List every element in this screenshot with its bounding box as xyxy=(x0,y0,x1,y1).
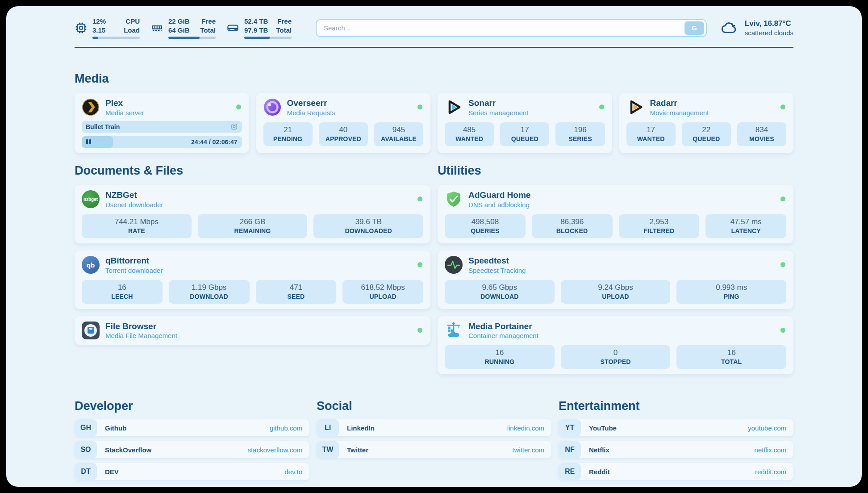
portainer-card[interactable]: Media Portainer Container management 16R… xyxy=(438,316,793,375)
ram-free: 22 GiB xyxy=(168,17,190,26)
media-cards-row: Plex Media server Bullet Train 24:44 / 0… xyxy=(75,93,793,153)
pause-icon[interactable] xyxy=(86,139,91,144)
speedtest-card[interactable]: Speedtest Speedtest Tracking 9.65 GbpsDO… xyxy=(438,251,793,309)
filebrowser-card[interactable]: File Browser Media File Management xyxy=(75,316,430,345)
overseerr-card[interactable]: Overseerr Media Requests 21PENDING 40APP… xyxy=(256,93,431,153)
hard-drive-icon xyxy=(226,21,239,34)
stat-value: 471 xyxy=(258,283,335,292)
stat-value: 16 xyxy=(447,348,553,357)
radarr-card[interactable]: Radarr Movie management 17WANTED 22QUEUE… xyxy=(619,93,794,153)
disk-values: 52.4 TB 97.9 TB xyxy=(244,17,268,34)
stat-tile: 618.52 MbpsUPLOAD xyxy=(342,280,423,304)
stat-value: 0.993 ms xyxy=(678,283,785,292)
stat-tile: 17WANTED xyxy=(626,122,676,146)
stat-label: WANTED xyxy=(447,135,492,142)
app-subtitle: Movie management xyxy=(650,109,709,117)
ram-labels: Free Total xyxy=(200,17,216,34)
social-column: Social LI LinkedIn linkedin.com TW Twitt… xyxy=(317,374,551,463)
stat-tile: 471SEED xyxy=(256,280,337,304)
radarr-logo-icon xyxy=(626,98,644,116)
stat-label: SERIES xyxy=(557,135,603,142)
settings-icon[interactable] xyxy=(230,123,238,130)
app-name: Sonarr xyxy=(468,98,528,108)
bookmark-abbr: RE xyxy=(559,463,581,480)
stat-tile: 485WANTED xyxy=(445,122,494,146)
bookmark-dev[interactable]: DT DEV dev.to xyxy=(75,463,309,480)
app-name: qBittorrent xyxy=(105,256,163,266)
nzbget-card[interactable]: nzbget NZBGet Usenet downloader 744.21 M… xyxy=(75,185,430,243)
stat-label: QUERIES xyxy=(447,227,524,234)
stat-value: 498,508 xyxy=(447,217,524,226)
stat-label: BLOCKED xyxy=(534,227,611,234)
bookmark-url[interactable]: stackoverflow.com xyxy=(247,446,302,454)
stat-value: 9.24 Gbps xyxy=(563,283,669,292)
stat-value: 16 xyxy=(678,348,785,357)
stat-label: SEED xyxy=(258,293,335,300)
weather-condition: scattered clouds xyxy=(745,29,793,37)
search-bar[interactable]: G xyxy=(316,19,707,37)
stat-value: 196 xyxy=(557,125,603,134)
stat-value: 16 xyxy=(83,283,161,292)
google-search-button[interactable]: G xyxy=(684,21,704,35)
cpu-label-1: CPU xyxy=(124,17,140,26)
bookmark-url[interactable]: netflix.com xyxy=(754,446,786,454)
stat-tile: 0.993 msPING xyxy=(676,280,786,304)
stat-label: UPLOAD xyxy=(344,293,421,300)
stat-label: QUEUED xyxy=(684,135,729,142)
stat-value: 21 xyxy=(265,125,311,134)
sonarr-card[interactable]: Sonarr Series management 485WANTED 17QUE… xyxy=(438,93,612,153)
stat-label: REMAINING xyxy=(200,227,306,234)
bookmark-url[interactable]: github.com xyxy=(270,424,302,432)
bookmark-youtube[interactable]: YT YouTube youtube.com xyxy=(559,419,793,436)
stat-tile: 40APPROVED xyxy=(319,122,368,146)
stat-value: 2,953 xyxy=(621,217,698,226)
bookmark-twitter[interactable]: TW Twitter twitter.com xyxy=(317,441,551,458)
stat-value: 40 xyxy=(321,125,366,134)
stat-value: 22 xyxy=(684,125,729,134)
ram-stick-icon xyxy=(150,21,163,34)
bookmark-linkedin[interactable]: LI LinkedIn linkedin.com xyxy=(317,419,551,436)
stat-tile: 945AVAILABLE xyxy=(374,122,423,146)
qbittorrent-card[interactable]: qb qBittorrent Torrent downloader 16LEEC… xyxy=(75,251,430,309)
filebrowser-logo-icon xyxy=(82,322,100,339)
bookmark-name: Netflix xyxy=(589,446,609,454)
plex-card[interactable]: Plex Media server Bullet Train 24:44 / 0… xyxy=(75,93,249,153)
stat-value: 39.6 TB xyxy=(315,217,421,226)
bookmark-github[interactable]: GH Github github.com xyxy=(75,419,309,436)
bookmark-name: Github xyxy=(105,424,126,432)
adguard-card[interactable]: AdGuard Home DNS and adblocking 498,508Q… xyxy=(438,185,793,243)
playback-time: 24:44 / 02:06:47 xyxy=(191,138,238,146)
app-name: Media Portainer xyxy=(468,322,538,331)
stat-tile: 21PENDING xyxy=(263,122,313,146)
stat-label: MOVIES xyxy=(739,135,785,142)
bookmark-url[interactable]: reddit.com xyxy=(755,468,786,476)
bookmark-url[interactable]: youtube.com xyxy=(748,424,786,432)
ram-label-1: Free xyxy=(200,17,216,26)
stat-tile: 9.24 GbpsUPLOAD xyxy=(561,280,671,304)
bookmark-abbr: LI xyxy=(317,419,339,436)
stat-tile: 266 GBREMAINING xyxy=(198,214,308,238)
search-input[interactable] xyxy=(323,24,684,32)
bookmark-stackoverflow[interactable]: SO StackOverflow stackoverflow.com xyxy=(75,441,309,458)
stat-value: 47.57 ms xyxy=(707,217,785,226)
disk-label-2: Total xyxy=(276,26,292,35)
stat-value: 86,396 xyxy=(534,217,611,226)
bookmark-url[interactable]: twitter.com xyxy=(512,446,544,454)
stat-label: DOWNLOAD xyxy=(447,293,553,300)
app-name: Plex xyxy=(105,98,144,108)
bookmark-url[interactable]: linkedin.com xyxy=(507,424,544,432)
stat-tile: 22QUEUED xyxy=(682,122,731,146)
bookmark-netflix[interactable]: NF Netflix netflix.com xyxy=(559,441,793,458)
bookmark-abbr: GH xyxy=(75,419,97,436)
status-online-dot xyxy=(780,328,785,333)
bookmark-url[interactable]: dev.to xyxy=(284,468,302,476)
bookmark-name: YouTube xyxy=(589,424,617,432)
bookmark-reddit[interactable]: RE Reddit reddit.com xyxy=(559,463,793,480)
stat-label: STOPPED xyxy=(563,358,669,365)
app-name: Speedtest xyxy=(468,256,526,266)
now-playing-title: Bullet Train xyxy=(86,123,120,130)
bookmark-abbr: NF xyxy=(559,441,581,458)
status-online-dot xyxy=(236,104,241,109)
qbittorrent-logo-icon: qb xyxy=(82,256,100,274)
dashboard-page: 12% 3.15 CPU Load 22 GiB 64 GiB xyxy=(6,6,862,487)
